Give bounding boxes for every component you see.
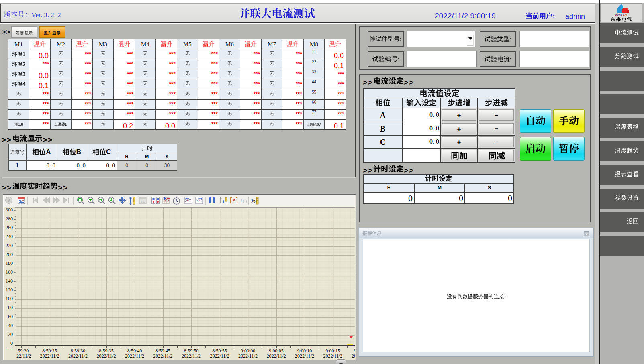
svg-text:1:1: 1:1 [140,200,145,203]
svg-text:%: % [251,198,256,204]
svg-text:(x): (x) [243,199,247,203]
svg-text:?: ? [8,197,10,203]
